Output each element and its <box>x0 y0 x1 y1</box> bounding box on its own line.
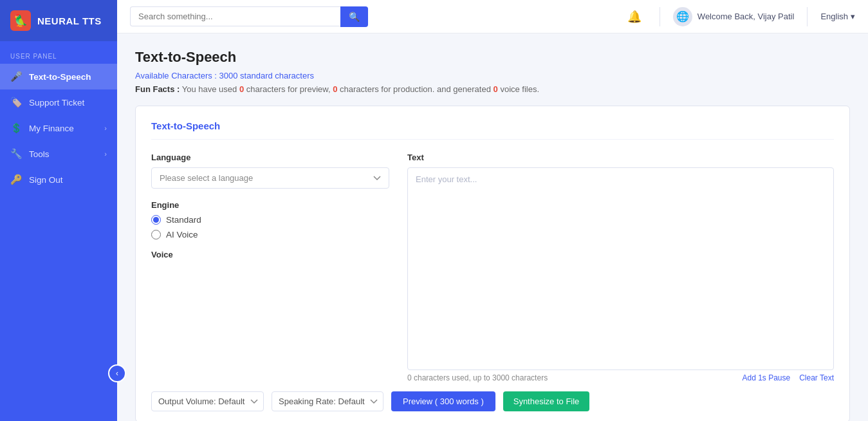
fun-facts-voice-count: 0 <box>494 84 498 94</box>
app-name: NEURAL TTS <box>37 15 102 26</box>
sidebar-item-tts[interactable]: 🎤 Text-to-Speech <box>0 64 117 89</box>
page-title: Text-to-Speech <box>135 49 850 66</box>
engine-standard-radio[interactable] <box>151 215 161 225</box>
fun-facts-production-count: 0 <box>333 84 337 94</box>
fun-facts-voice-suffix: voice files. <box>500 84 539 94</box>
sidebar-item-signout[interactable]: 🔑 Sign Out <box>0 167 117 192</box>
synthesize-button[interactable]: Synthesize to File <box>503 391 590 411</box>
tts-icon: 🎤 <box>10 71 23 82</box>
tts-left-panel: Language Please select a language Engine… <box>151 153 389 382</box>
fun-facts-production-label: characters for production. <box>340 84 434 94</box>
user-name: Welcome Back, Vijay Patil <box>697 12 795 21</box>
logo-icon: 🦜 <box>10 10 31 31</box>
avail-chars-label: Available Characters : <box>135 71 217 80</box>
language-dropdown-arrow-icon: ▾ <box>851 12 855 21</box>
sidebar-label-finance: My Finance <box>29 124 74 133</box>
sidebar-section-label: USER PANEL <box>0 41 117 64</box>
topbar-divider-2 <box>807 7 808 26</box>
output-volume-select[interactable]: Output Volume: Default <box>151 391 264 411</box>
search-wrap: 🔍 <box>130 6 368 27</box>
engine-section: Engine Standard AI Voice <box>151 200 389 239</box>
page-content: Text-to-Speech Available Characters : 30… <box>117 33 868 421</box>
notification-bell-icon[interactable]: 🔔 <box>622 7 647 26</box>
engine-ai-voice-radio[interactable] <box>151 230 161 239</box>
sidebar-label-support: Support Ticket <box>29 98 84 108</box>
fun-facts-preview-count: 0 <box>239 84 244 94</box>
sidebar: 🦜 NEURAL TTS USER PANEL 🎤 Text-to-Speech… <box>0 0 117 421</box>
sidebar-label-signout: Sign Out <box>29 175 63 185</box>
preview-button[interactable]: Preview ( 300 words ) <box>391 391 495 411</box>
language-select[interactable]: Please select a language <box>151 167 389 189</box>
language-form-label: Language <box>151 153 389 162</box>
available-characters: Available Characters : 3000 standard cha… <box>135 71 850 80</box>
engine-standard-option[interactable]: Standard <box>151 215 389 225</box>
text-form-label: Text <box>407 153 834 162</box>
main-content: 🔍 🔔 🌐 Welcome Back, Vijay Patil English … <box>117 0 868 421</box>
voice-section: Voice <box>151 250 389 259</box>
sidebar-logo: 🦜 NEURAL TTS <box>0 0 117 41</box>
sidebar-item-tools[interactable]: 🔧 Tools › <box>0 141 117 167</box>
language-label: English <box>820 12 848 21</box>
tools-chevron-icon: › <box>104 150 107 158</box>
avail-chars-value: 3000 standard characters <box>219 71 314 80</box>
clear-text-button[interactable]: Clear Text <box>799 373 834 382</box>
char-actions: Add 1s Pause Clear Text <box>742 373 834 382</box>
user-menu[interactable]: 🌐 Welcome Back, Vijay Patil <box>673 7 795 26</box>
tts-form-row: Language Please select a language Engine… <box>151 153 834 382</box>
logo-emoji: 🦜 <box>14 14 28 28</box>
sidebar-label-tts: Text-to-Speech <box>29 72 91 82</box>
char-count-text: 0 characters used, up to 3000 characters <box>407 373 548 382</box>
tools-icon: 🔧 <box>10 148 23 160</box>
sidebar-item-finance[interactable]: 💲 My Finance › <box>0 115 117 141</box>
engine-ai-voice-label: AI Voice <box>166 230 198 239</box>
fun-facts: Fun Facts : You have used 0 characters f… <box>135 84 850 94</box>
char-count-row: 0 characters used, up to 3000 characters… <box>407 373 834 382</box>
fun-facts-text: You have used <box>182 84 237 94</box>
avatar: 🌐 <box>673 7 692 26</box>
finance-chevron-icon: › <box>104 124 107 132</box>
search-input[interactable] <box>130 6 340 26</box>
speaking-rate-select[interactable]: Speaking Rate: Default <box>272 391 383 411</box>
sidebar-collapse-button[interactable]: ‹ <box>108 364 126 382</box>
support-icon: 🏷️ <box>10 97 23 108</box>
add-pause-button[interactable]: Add 1s Pause <box>742 373 790 382</box>
sidebar-item-support[interactable]: 🏷️ Support Ticket <box>0 89 117 115</box>
search-button[interactable]: 🔍 <box>340 6 368 27</box>
fun-facts-label: Fun Facts : <box>135 84 180 94</box>
fun-facts-voice-label: and generated <box>437 84 491 94</box>
text-input[interactable] <box>407 167 834 370</box>
tts-right-panel: Text 0 characters used, up to 3000 chara… <box>407 153 834 382</box>
topbar: 🔍 🔔 🌐 Welcome Back, Vijay Patil English … <box>117 0 868 33</box>
engine-radio-group: Standard AI Voice <box>151 215 389 239</box>
finance-icon: 💲 <box>10 122 23 134</box>
engine-ai-voice-option[interactable]: AI Voice <box>151 230 389 239</box>
language-selector[interactable]: English ▾ <box>820 12 855 21</box>
voice-form-label: Voice <box>151 250 389 259</box>
fun-facts-preview-label: characters for preview, <box>246 84 331 94</box>
tts-card: Text-to-Speech Language Please select a … <box>135 106 850 421</box>
sidebar-label-tools: Tools <box>29 149 50 159</box>
engine-standard-label: Standard <box>166 215 201 225</box>
bottom-controls-row: Output Volume: Default Speaking Rate: De… <box>151 391 834 411</box>
topbar-divider-1 <box>660 7 660 26</box>
engine-form-label: Engine <box>151 200 389 210</box>
tts-card-title: Text-to-Speech <box>151 120 834 140</box>
signout-icon: 🔑 <box>10 174 23 185</box>
